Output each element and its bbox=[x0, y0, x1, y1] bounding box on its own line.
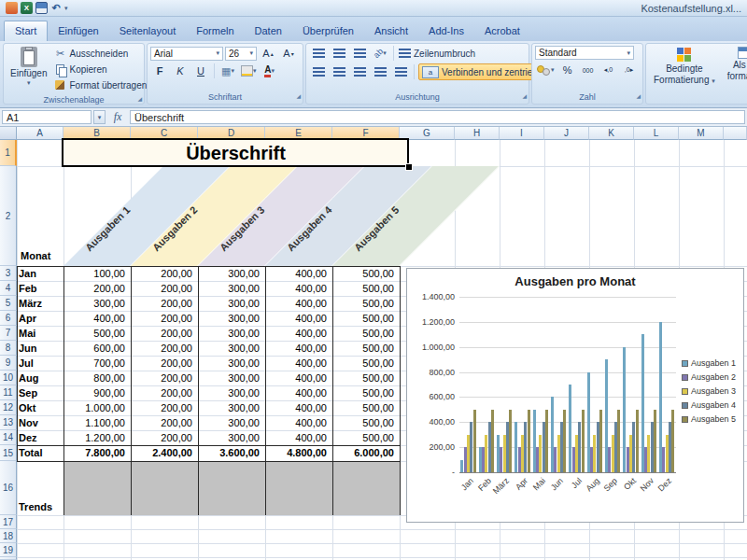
cell-value[interactable]: 300,00 bbox=[198, 266, 264, 281]
cell-value[interactable]: 400,00 bbox=[265, 356, 331, 371]
cell-value[interactable]: 500,00 bbox=[332, 296, 399, 311]
align-center-button[interactable] bbox=[330, 64, 348, 79]
cell-value[interactable]: 300,00 bbox=[198, 341, 264, 356]
row-header-3[interactable]: 3 bbox=[0, 266, 17, 281]
cell-month-Aug[interactable]: Aug bbox=[19, 371, 62, 385]
cell-total-value[interactable]: 7.800,00 bbox=[63, 445, 130, 461]
cell-value[interactable]: 1.100,00 bbox=[63, 415, 130, 430]
borders-button[interactable]: ▦▾ bbox=[218, 63, 237, 78]
cell-value[interactable]: 400,00 bbox=[265, 415, 331, 430]
cell-value[interactable]: 1.000,00 bbox=[63, 400, 130, 415]
copy-button[interactable]: Kopieren bbox=[53, 62, 147, 77]
cell-total-value[interactable]: 6.000,00 bbox=[332, 445, 399, 461]
cell-value[interactable]: 300,00 bbox=[198, 385, 264, 400]
cell-value[interactable]: 500,00 bbox=[332, 281, 399, 296]
cell-month-Nov[interactable]: Nov bbox=[19, 415, 62, 430]
cell-value[interactable]: 200,00 bbox=[131, 400, 197, 415]
trends-cells[interactable] bbox=[63, 461, 400, 515]
row-header-17[interactable]: 17 bbox=[0, 515, 17, 529]
cell-value[interactable]: 500,00 bbox=[332, 371, 399, 385]
tab-formeln[interactable]: Formeln bbox=[186, 21, 244, 41]
cell-month-Okt[interactable]: Okt bbox=[19, 400, 62, 415]
row-header-4[interactable]: 4 bbox=[0, 281, 17, 296]
column-header-partial[interactable] bbox=[724, 127, 747, 140]
tab-start[interactable]: Start bbox=[4, 21, 48, 41]
dialog-launcher-icon[interactable]: ◢ bbox=[522, 91, 527, 103]
name-box-chevron-icon[interactable]: ▾ bbox=[93, 110, 106, 124]
column-header-K[interactable]: K bbox=[589, 127, 634, 140]
column-header-L[interactable]: L bbox=[634, 127, 679, 140]
row-header-15[interactable]: 15 bbox=[0, 445, 17, 461]
legend-entry[interactable]: Ausgaben 3 bbox=[682, 386, 736, 396]
cell-value[interactable]: 300,00 bbox=[198, 281, 264, 296]
row-header-11[interactable]: 11 bbox=[0, 385, 17, 400]
cell-month-Apr[interactable]: Apr bbox=[19, 311, 62, 326]
wrap-text-button[interactable]: Zeilenumbruch bbox=[398, 46, 475, 61]
row-header-12[interactable]: 12 bbox=[0, 400, 17, 415]
cell-value[interactable]: 800,00 bbox=[63, 371, 130, 385]
cell-month-Jun[interactable]: Jun bbox=[19, 341, 62, 356]
cell-value[interactable]: 100,00 bbox=[63, 266, 130, 281]
thousands-separator-button[interactable]: 000 bbox=[579, 63, 598, 77]
row-header-14[interactable]: 14 bbox=[0, 430, 17, 445]
number-format-combo[interactable]: Standard▾ bbox=[535, 46, 634, 60]
cell-value[interactable]: 200,00 bbox=[131, 341, 197, 356]
cell-value[interactable]: 300,00 bbox=[198, 415, 264, 430]
decrease-decimal-button[interactable]: ,0▸ bbox=[620, 63, 639, 77]
cell-value[interactable]: 200,00 bbox=[131, 266, 197, 281]
italic-button[interactable]: K bbox=[171, 63, 190, 78]
cell-value[interactable]: 500,00 bbox=[332, 326, 399, 341]
cell-value[interactable]: 200,00 bbox=[131, 430, 197, 445]
column-header-A[interactable]: A bbox=[17, 127, 63, 140]
legend-entry[interactable]: Ausgaben 4 bbox=[682, 400, 736, 410]
chart[interactable]: Ausgaben pro Monat-200,00400,00600,00800… bbox=[406, 268, 744, 523]
align-middle-button[interactable] bbox=[330, 46, 348, 61]
cell-value[interactable]: 500,00 bbox=[332, 341, 399, 356]
format-painter-button[interactable]: Format übertragen bbox=[53, 77, 147, 92]
tab-überprüfen[interactable]: Überprüfen bbox=[292, 21, 364, 41]
decrease-indent-button[interactable] bbox=[371, 64, 389, 79]
tab-einfügen[interactable]: Einfügen bbox=[48, 21, 108, 41]
cell-value[interactable]: 500,00 bbox=[332, 356, 399, 371]
row-header-16[interactable]: 16 bbox=[0, 461, 17, 515]
legend-entry[interactable]: Ausgaben 1 bbox=[682, 358, 736, 368]
font-size-combo[interactable]: 26▾ bbox=[225, 47, 257, 61]
cell-month-Jul[interactable]: Jul bbox=[19, 356, 62, 371]
cell-value[interactable]: 300,00 bbox=[63, 296, 130, 311]
worksheet[interactable]: ABCDEFGHIJKLM123456789101112131415161718… bbox=[0, 127, 747, 560]
cell-value[interactable]: 400,00 bbox=[265, 326, 331, 341]
cell-value[interactable]: 200,00 bbox=[131, 356, 197, 371]
cell-value[interactable]: 400,00 bbox=[265, 371, 331, 385]
tab-acrobat[interactable]: Acrobat bbox=[474, 21, 530, 41]
cell-value[interactable]: 200,00 bbox=[131, 385, 197, 400]
fill-handle[interactable] bbox=[405, 163, 413, 171]
dialog-launcher-icon[interactable]: ◢ bbox=[137, 93, 142, 105]
tab-add-ins[interactable]: Add-Ins bbox=[418, 21, 474, 41]
align-right-button[interactable] bbox=[350, 64, 369, 79]
save-icon[interactable] bbox=[35, 2, 48, 14]
cell-value[interactable]: 500,00 bbox=[332, 385, 399, 400]
cell-value[interactable]: 300,00 bbox=[198, 356, 264, 371]
cell-value[interactable]: 200,00 bbox=[131, 296, 197, 311]
cell-value[interactable]: 500,00 bbox=[332, 430, 399, 445]
cell-value[interactable]: 400,00 bbox=[265, 385, 331, 400]
cell-value[interactable]: 500,00 bbox=[63, 326, 130, 341]
cell-total-label[interactable]: Total bbox=[19, 445, 62, 461]
cell-total-value[interactable]: 2.400,00 bbox=[131, 445, 197, 461]
cut-button[interactable]: ✂ Ausschneiden bbox=[53, 46, 147, 61]
row-header-1[interactable]: 1 bbox=[0, 140, 17, 166]
cell-value[interactable]: 600,00 bbox=[63, 341, 130, 356]
cell-month-Sep[interactable]: Sep bbox=[19, 385, 62, 400]
column-header-M[interactable]: M bbox=[679, 127, 724, 140]
cell-value[interactable]: 300,00 bbox=[198, 400, 264, 415]
cell-value[interactable]: 400,00 bbox=[265, 341, 331, 356]
shrink-font-button[interactable]: A▾ bbox=[279, 46, 298, 61]
cell-month-März[interactable]: März bbox=[19, 296, 62, 311]
legend-entry[interactable]: Ausgaben 5 bbox=[682, 414, 736, 424]
cell-value[interactable]: 200,00 bbox=[63, 281, 130, 296]
cell-value[interactable]: 1.200,00 bbox=[63, 430, 130, 445]
cell-value[interactable]: 400,00 bbox=[265, 430, 331, 445]
cell-value[interactable]: 500,00 bbox=[332, 266, 399, 281]
cell-value[interactable]: 200,00 bbox=[131, 326, 197, 341]
cell-value[interactable]: 400,00 bbox=[265, 311, 331, 326]
